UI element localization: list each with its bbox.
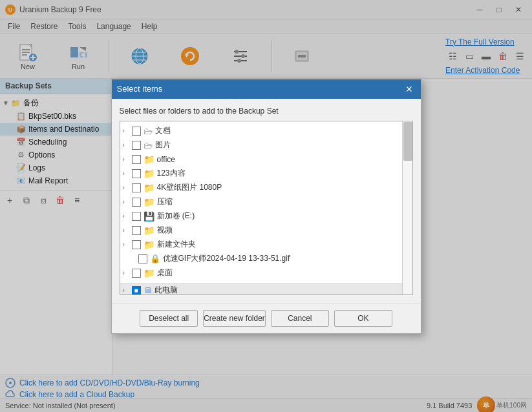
file-tree-bottom: › ■ 🖥 此电脑 — [120, 283, 412, 295]
toggle-thispc: › — [123, 287, 132, 294]
computer-icon: 🖥 — [144, 285, 152, 295]
file-item-thispc[interactable]: › ■ 🖥 此电脑 — [120, 283, 412, 295]
toggle-newvol: › — [123, 212, 132, 220]
drive-icon: 💾 — [144, 211, 154, 221]
checkbox-gif[interactable] — [138, 254, 147, 263]
deselect-all-button[interactable]: Deselect all — [140, 310, 198, 327]
file-item-newvol[interactable]: › 💾 新加卷 (E:) — [120, 209, 402, 223]
checkbox-newvol[interactable] — [132, 212, 141, 221]
label-tupian: 图片 — [155, 139, 171, 150]
checkbox-123[interactable] — [132, 169, 141, 178]
file-item-4k[interactable]: › 📁 4K壁纸图片 1080P — [120, 181, 402, 195]
file-item-123[interactable]: › 📁 123内容 — [120, 167, 402, 181]
folder-video-icon: 📁 — [144, 225, 154, 236]
label-gif: 优速GIF大师2024-04-19 13-33-51.gif — [163, 253, 290, 264]
dialog-close-button[interactable]: ✕ — [403, 83, 416, 96]
checkbox-video[interactable] — [132, 226, 141, 235]
checkbox-office[interactable] — [132, 155, 141, 164]
label-office: office — [157, 155, 175, 164]
select-items-dialog: Select items ✕ Select files or folders t… — [111, 79, 421, 334]
label-4k: 4K壁纸图片 1080P — [157, 182, 222, 193]
toggle-123: › — [123, 170, 132, 177]
file-item-desktop[interactable]: › 📁 桌面 — [120, 266, 402, 280]
label-newvol: 新加卷 (E:) — [157, 211, 195, 221]
toggle-tupian: › — [123, 141, 132, 149]
dialog-footer: Deselect all Create new folder Cancel OK — [112, 303, 421, 333]
toggle-wendang: › — [123, 127, 132, 134]
app-window: U Uranium Backup 9 Free ─ □ ✕ File Resto… — [0, 0, 532, 412]
file-item-zip[interactable]: › 📁 压缩 — [120, 195, 402, 209]
label-newfolder: 新建文件夹 — [157, 239, 196, 250]
checkbox-zip[interactable] — [132, 198, 141, 207]
file-item-office[interactable]: › 📁 office — [120, 152, 402, 167]
folder-new-icon: 📁 — [144, 240, 154, 250]
file-item-newfolder[interactable]: › 📁 新建文件夹 — [120, 238, 402, 252]
checkbox-desktop[interactable] — [132, 269, 141, 278]
toggle-4k: › — [123, 184, 132, 191]
folder-office-icon: 📁 — [144, 154, 154, 165]
folder-4k-icon: 📁 — [144, 183, 154, 193]
dialog-title: Select items — [117, 84, 163, 94]
label-123: 123内容 — [157, 168, 186, 179]
label-thispc: 此电脑 — [154, 285, 178, 295]
checkbox-4k[interactable] — [132, 183, 141, 192]
modal-overlay: Select items ✕ Select files or folders t… — [0, 0, 532, 412]
checkbox-thispc[interactable]: ■ — [132, 286, 141, 295]
file-tree: › 🗁 文档 › 🗁 图片 — [120, 121, 412, 283]
toggle-zip: › — [123, 198, 132, 205]
file-item-video[interactable]: › 📁 视频 — [120, 223, 402, 238]
checkbox-newfolder[interactable] — [132, 240, 141, 249]
label-desktop: 桌面 — [157, 267, 173, 278]
dialog-body: Select files or folders to add to the Ba… — [112, 99, 421, 303]
toggle-video: › — [123, 227, 132, 234]
checkbox-wendang[interactable] — [132, 127, 141, 136]
label-zip: 压缩 — [157, 196, 173, 207]
scrollbar-thumb[interactable] — [403, 122, 412, 161]
file-item-wendang[interactable]: › 🗁 文档 — [120, 124, 402, 138]
folder-desktop-icon: 📁 — [144, 268, 154, 278]
file-item-gif[interactable]: 🔒 优速GIF大师2024-04-19 13-33-51.gif — [120, 252, 402, 266]
label-wendang: 文档 — [155, 125, 171, 136]
folder-zip-icon: 📁 — [144, 197, 154, 207]
dialog-subtitle: Select files or folders to add to the Ba… — [120, 107, 413, 116]
toggle-office: › — [123, 156, 132, 163]
folder-123-icon: 📁 — [144, 169, 154, 179]
ok-button[interactable]: OK — [334, 310, 392, 327]
toggle-newfolder: › — [123, 241, 132, 248]
folder-doc-icon: 🗁 — [144, 126, 153, 136]
scrollbar[interactable] — [402, 121, 412, 294]
cancel-button[interactable]: Cancel — [271, 310, 329, 327]
gif-file-icon: 🔒 — [150, 254, 160, 263]
dialog-title-bar: Select items ✕ — [112, 79, 421, 99]
file-tree-container: › 🗁 文档 › 🗁 图片 — [120, 121, 413, 295]
toggle-desktop: › — [123, 269, 132, 276]
create-folder-button[interactable]: Create new folder — [203, 310, 266, 327]
checkbox-tupian[interactable] — [132, 141, 141, 150]
folder-img-icon: 🗁 — [144, 140, 153, 150]
label-video: 视频 — [157, 225, 173, 236]
file-item-tupian[interactable]: › 🗁 图片 — [120, 138, 402, 152]
